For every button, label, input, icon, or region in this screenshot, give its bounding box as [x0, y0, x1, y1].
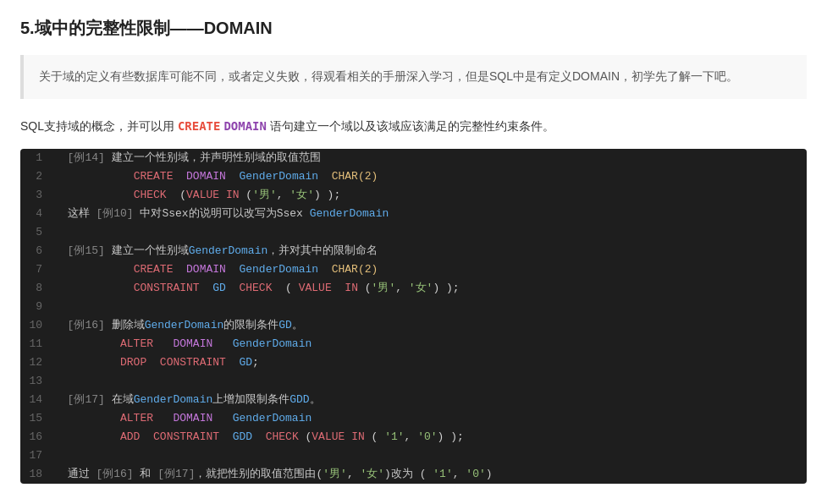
- line-content-11: ALTER DOMAIN GenderDomain: [54, 335, 807, 353]
- line-content-17: [54, 446, 807, 465]
- code-line-16: 16 ADD CONSTRAINT GDD CHECK (VALUE IN ( …: [20, 428, 807, 446]
- code-line-17: 17: [20, 446, 807, 465]
- intro-prefix: SQL支持域的概念，并可以用: [20, 119, 174, 133]
- line-num-15: 15: [20, 409, 54, 428]
- intro-suffix: 语句建立一个域以及该域应该满足的完整性约束条件。: [270, 119, 554, 133]
- line-content-2: CREATE DOMAIN GenderDomain CHAR(2): [54, 167, 807, 186]
- line-num-2: 2: [20, 167, 54, 186]
- code-line-1: 1 [例14] 建立一个性别域，并声明性别域的取值范围: [20, 149, 807, 167]
- line-num-7: 7: [20, 260, 54, 279]
- line-num-13: 13: [20, 372, 54, 391]
- line-content-8: CONSTRAINT GD CHECK ( VALUE IN ('男', '女'…: [54, 279, 807, 298]
- line-content-10: [例16] 删除域GenderDomain的限制条件GD。: [54, 316, 807, 335]
- line-content-6: [例15] 建立一个性别域GenderDomain，并对其中的限制命名: [54, 242, 807, 260]
- line-content-16: ADD CONSTRAINT GDD CHECK (VALUE IN ( '1'…: [54, 428, 807, 446]
- line-num-12: 12: [20, 353, 54, 372]
- intro-create-keyword: CREATE: [178, 119, 221, 133]
- line-num-4: 4: [20, 205, 54, 223]
- code-line-4: 4 这样 [例10] 中对Ssex的说明可以改写为Ssex GenderDoma…: [20, 205, 807, 223]
- line-num-3: 3: [20, 186, 54, 205]
- code-line-14: 14 [例17] 在域GenderDomain上增加限制条件GDD。: [20, 391, 807, 409]
- line-num-1: 1: [20, 149, 54, 167]
- line-content-7: CREATE DOMAIN GenderDomain CHAR(2): [54, 260, 807, 279]
- line-num-11: 11: [20, 335, 54, 353]
- line-content-13: [54, 372, 807, 391]
- code-line-12: 12 DROP CONSTRAINT GD;: [20, 353, 807, 372]
- code-line-9: 9: [20, 298, 807, 316]
- line-num-14: 14: [20, 391, 54, 409]
- line-content-3: CHECK (VALUE IN ('男', '女') );: [54, 186, 807, 205]
- code-line-10: 10 [例16] 删除域GenderDomain的限制条件GD。: [20, 316, 807, 335]
- line-content-12: DROP CONSTRAINT GD;: [54, 353, 807, 372]
- intro-paragraph: SQL支持域的概念，并可以用 CREATE DOMAIN 语句建立一个域以及该域…: [20, 116, 807, 137]
- line-num-6: 6: [20, 242, 54, 260]
- line-content-18: 通过 [例16] 和 [例17]，就把性别的取值范围由('男', '女')改为 …: [54, 465, 807, 484]
- line-content-4: 这样 [例10] 中对Ssex的说明可以改写为Ssex GenderDomain: [54, 205, 807, 223]
- code-line-7: 7 CREATE DOMAIN GenderDomain CHAR(2): [20, 260, 807, 279]
- code-line-6: 6 [例15] 建立一个性别域GenderDomain，并对其中的限制命名: [20, 242, 807, 260]
- code-line-11: 11 ALTER DOMAIN GenderDomain: [20, 335, 807, 353]
- code-line-5: 5: [20, 223, 807, 242]
- line-content-5: [54, 223, 807, 242]
- info-text: 关于域的定义有些数据库可能不同，或者定义失败，得观看相关的手册深入学习，但是SQ…: [39, 69, 738, 83]
- code-line-8: 8 CONSTRAINT GD CHECK ( VALUE IN ('男', '…: [20, 279, 807, 298]
- line-content-15: ALTER DOMAIN GenderDomain: [54, 409, 807, 428]
- line-content-9: [54, 298, 807, 316]
- code-block: 1 [例14] 建立一个性别域，并声明性别域的取值范围 2 CREATE DOM…: [20, 149, 807, 484]
- intro-domain-keyword: DOMAIN: [223, 119, 267, 133]
- code-line-2: 2 CREATE DOMAIN GenderDomain CHAR(2): [20, 167, 807, 186]
- line-content-1: [例14] 建立一个性别域，并声明性别域的取值范围: [54, 149, 807, 167]
- code-line-3: 3 CHECK (VALUE IN ('男', '女') );: [20, 186, 807, 205]
- line-num-5: 5: [20, 223, 54, 242]
- info-box: 关于域的定义有些数据库可能不同，或者定义失败，得观看相关的手册深入学习，但是SQ…: [20, 55, 807, 99]
- page-title: 5.域中的完整性限制——DOMAIN: [20, 17, 807, 40]
- line-num-18: 18: [20, 465, 54, 484]
- line-num-17: 17: [20, 446, 54, 465]
- line-content-14: [例17] 在域GenderDomain上增加限制条件GDD。: [54, 391, 807, 409]
- line-num-16: 16: [20, 428, 54, 446]
- line-num-8: 8: [20, 279, 54, 298]
- code-line-13: 13: [20, 372, 807, 391]
- line-num-10: 10: [20, 316, 54, 335]
- code-line-15: 15 ALTER DOMAIN GenderDomain: [20, 409, 807, 428]
- line-num-9: 9: [20, 298, 54, 316]
- code-line-18: 18 通过 [例16] 和 [例17]，就把性别的取值范围由('男', '女')…: [20, 465, 807, 484]
